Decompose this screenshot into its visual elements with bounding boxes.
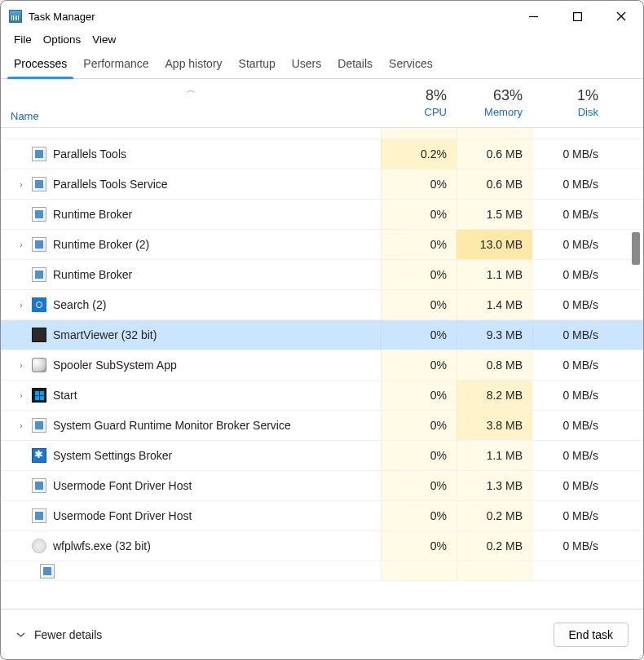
process-row[interactable]: ›SmartViewer (32 bit)0%9.3 MB0 MB/s xyxy=(1,320,643,350)
process-cpu-cell: 0% xyxy=(381,260,457,289)
process-name-cell[interactable]: ›Parallels Tools Service xyxy=(1,169,381,199)
end-task-button[interactable]: End task xyxy=(554,623,629,647)
process-name-cell[interactable]: ›System Settings Broker xyxy=(1,441,381,470)
process-name-cell[interactable]: ›Spooler SubSystem App xyxy=(1,350,381,380)
tab-app-history[interactable]: App history xyxy=(157,52,231,78)
process-row[interactable]: ›System Settings Broker0%1.1 MB0 MB/s xyxy=(1,441,643,471)
tab-users[interactable]: Users xyxy=(284,52,330,78)
menubar: File Options View xyxy=(1,32,643,52)
process-disk-cell: 0 MB/s xyxy=(532,139,608,169)
process-row[interactable]: ›System Guard Runtime Monitor Broker Ser… xyxy=(1,411,643,441)
process-icon xyxy=(32,358,46,372)
process-icon xyxy=(32,297,46,312)
process-row-partial-top[interactable] xyxy=(1,128,643,139)
process-cpu-cell: 0% xyxy=(381,471,457,500)
column-headers: ︿ Name 8% CPU 63% Memory 1% Disk xyxy=(1,79,643,128)
expander-icon[interactable]: › xyxy=(15,421,27,430)
process-name-label: Usermode Font Driver Host xyxy=(53,479,192,492)
sort-chevron-up-icon: ︿ xyxy=(187,84,196,96)
menu-options[interactable]: Options xyxy=(38,32,86,47)
cpu-label: CPU xyxy=(425,106,447,118)
process-row[interactable]: ›Search (2)0%1.4 MB0 MB/s xyxy=(1,290,643,320)
footer: Fewer details End task xyxy=(1,609,643,659)
process-disk-cell: 0 MB/s xyxy=(532,381,608,410)
expander-icon[interactable]: › xyxy=(15,301,27,310)
process-name-cell[interactable]: ›Parallels Tools xyxy=(1,139,381,169)
process-row[interactable]: ›Runtime Broker (2)0%13.0 MB0 MB/s xyxy=(1,230,643,260)
column-header-memory[interactable]: 63% Memory xyxy=(457,79,532,127)
process-name-cell[interactable]: ›Runtime Broker xyxy=(1,200,381,229)
tab-startup[interactable]: Startup xyxy=(231,52,284,78)
process-row[interactable]: ›Usermode Font Driver Host0%1.3 MB0 MB/s xyxy=(1,471,643,501)
process-name-cell[interactable]: ›wfplwfs.exe (32 bit) xyxy=(1,531,381,561)
menu-view[interactable]: View xyxy=(87,32,121,47)
process-name-cell[interactable]: ›Runtime Broker xyxy=(1,260,381,289)
close-button[interactable] xyxy=(599,1,643,32)
process-memory-cell: 1.4 MB xyxy=(457,290,532,319)
process-name-cell[interactable]: ›SmartViewer (32 bit) xyxy=(1,320,381,350)
process-row[interactable]: ›Usermode Font Driver Host0%0.2 MB0 MB/s xyxy=(1,501,643,531)
process-disk-cell: 0 MB/s xyxy=(532,441,608,470)
expander-icon[interactable]: › xyxy=(15,240,27,249)
minimize-icon xyxy=(529,12,538,21)
process-row[interactable]: ›Parallels Tools0.2%0.6 MB0 MB/s xyxy=(1,139,643,169)
process-name-cell[interactable]: ›Search (2) xyxy=(1,290,381,319)
process-name-label: Runtime Broker xyxy=(53,268,132,281)
close-icon xyxy=(616,11,626,21)
column-header-disk[interactable]: 1% Disk xyxy=(532,79,608,127)
expander-icon[interactable]: › xyxy=(15,361,27,370)
scrollbar-vertical[interactable] xyxy=(629,128,642,609)
process-row[interactable]: ›Parallels Tools Service0%0.6 MB0 MB/s xyxy=(1,169,643,200)
process-list[interactable]: ›Parallels Tools0.2%0.6 MB0 MB/s›Paralle… xyxy=(1,128,643,609)
process-name-cell[interactable]: ›Runtime Broker (2) xyxy=(1,230,381,259)
fewer-details-toggle[interactable]: Fewer details xyxy=(15,628,102,641)
process-disk-cell: 0 MB/s xyxy=(532,230,608,259)
tab-details[interactable]: Details xyxy=(329,52,381,78)
menu-file[interactable]: File xyxy=(9,32,37,47)
process-icon xyxy=(32,207,46,222)
process-row[interactable]: ›Runtime Broker0%1.5 MB0 MB/s xyxy=(1,200,643,230)
expander-icon[interactable]: › xyxy=(15,180,27,189)
disk-label: Disk xyxy=(578,106,598,118)
scrollbar-thumb[interactable] xyxy=(632,232,640,265)
process-row[interactable]: ›Start0%8.2 MB0 MB/s xyxy=(1,381,643,411)
process-disk-cell: 0 MB/s xyxy=(532,200,608,229)
column-header-cpu[interactable]: 8% CPU xyxy=(381,79,457,127)
process-name-label: SmartViewer (32 bit) xyxy=(53,328,157,341)
process-row-partial-bottom[interactable] xyxy=(1,561,643,581)
process-cpu-cell: 0% xyxy=(381,381,457,410)
tab-processes[interactable]: Processes xyxy=(6,52,75,78)
process-row[interactable]: ›wfplwfs.exe (32 bit)0%0.2 MB0 MB/s xyxy=(1,531,643,561)
process-memory-cell: 1.1 MB xyxy=(457,441,532,470)
expander-icon[interactable]: › xyxy=(15,391,27,400)
process-cpu-cell: 0% xyxy=(381,230,457,259)
tab-performance[interactable]: Performance xyxy=(75,52,157,78)
process-name-label: Parallels Tools xyxy=(53,147,126,161)
process-icon xyxy=(32,328,46,342)
minimize-button[interactable] xyxy=(511,1,555,32)
process-name-cell[interactable]: ›Usermode Font Driver Host xyxy=(1,471,381,500)
process-memory-cell: 1.3 MB xyxy=(457,471,532,500)
maximize-button[interactable] xyxy=(555,1,599,32)
process-icon xyxy=(32,267,46,282)
process-memory-cell: 13.0 MB xyxy=(457,230,532,259)
process-name-label: Start xyxy=(53,389,77,402)
process-cpu-cell: 0% xyxy=(381,200,457,229)
process-memory-cell: 1.1 MB xyxy=(457,260,532,289)
process-memory-cell: 0.6 MB xyxy=(457,139,532,169)
process-cpu-cell: 0% xyxy=(381,169,457,199)
process-icon xyxy=(40,564,55,579)
process-name-cell[interactable]: ›System Guard Runtime Monitor Broker Ser… xyxy=(1,411,381,440)
process-disk-cell: 0 MB/s xyxy=(532,290,608,319)
tab-services[interactable]: Services xyxy=(381,52,441,78)
process-row[interactable]: ›Spooler SubSystem App0%0.8 MB0 MB/s xyxy=(1,350,643,381)
process-name-label: Parallels Tools Service xyxy=(53,178,168,191)
process-name-label: Search (2) xyxy=(53,298,106,311)
process-name-cell[interactable]: ›Start xyxy=(1,381,381,410)
process-row[interactable]: ›Runtime Broker0%1.1 MB0 MB/s xyxy=(1,260,643,290)
titlebar[interactable]: Task Manager xyxy=(1,1,643,32)
process-memory-cell: 8.2 MB xyxy=(457,381,532,410)
column-header-name[interactable]: ︿ Name xyxy=(1,79,381,127)
process-icon xyxy=(32,539,46,553)
process-name-cell[interactable]: ›Usermode Font Driver Host xyxy=(1,501,381,530)
